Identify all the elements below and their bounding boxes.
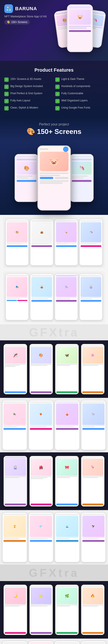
check-icon-2: ✓ (55, 78, 60, 82)
screen-19: 👑 (55, 641, 80, 644)
feature-text-8: Well Organized Layers (61, 99, 88, 102)
watermark-gfxtra-text: GFXtra (1, 325, 107, 339)
feature-text-2: Light & Dark Theme (61, 77, 84, 81)
dark-section-2: 🎡 🌺 🎀 (0, 452, 108, 510)
gfxtra-text: GFXtra (0, 566, 108, 579)
screen-7: 🎠 (55, 274, 78, 320)
showcase-phone-center: 🐷 (37, 146, 71, 210)
dark-phone-7: 🎀 (55, 456, 79, 506)
perfect-label: Perfect your project (4, 122, 104, 126)
dark-phone-12: 🔥 (81, 584, 105, 635)
screen-6: 🎪 (30, 274, 53, 320)
screen-18: 🦩 (29, 641, 54, 644)
dark-phone-9: 🌙 (3, 584, 27, 635)
feature-text-6: Fully Customizable (61, 92, 83, 95)
figma-icon: 🎨 (27, 128, 35, 136)
dark-phone-3: 🦋 (55, 344, 79, 394)
hero-phones: 🎨 🐷 (52, 0, 108, 61)
screenshot-row-5: 🦩 👑 🏅 (0, 638, 108, 644)
features-title: Product Features (4, 67, 104, 73)
screen-1: 🎨 (5, 219, 29, 266)
dark-section-3: 🌙 ⭐ 🌿 🔥 (0, 581, 108, 638)
app-logo: 🏪 (4, 4, 13, 13)
feature-text-7: Fully Auto Layout (10, 99, 30, 102)
feature-item-10: ✓ Using Google Free Fonts (55, 106, 104, 110)
screen-15: 🌊 (55, 512, 80, 562)
perfect-section: Perfect your project 🎨 150+ Screens (0, 117, 108, 141)
screenshot-row-2: 🎭 🎪 (0, 270, 108, 324)
check-icon-8: ✓ (55, 99, 60, 103)
check-icon-4: ✓ (55, 85, 60, 89)
screen-10: 🦊 (29, 400, 54, 450)
screen-8: 🎡 (79, 274, 103, 320)
feature-item-3: ✓ Big Design System Included (4, 84, 53, 89)
check-icon-3: ✓ (4, 85, 9, 89)
feature-item-7: ✓ Fully Auto Layout (4, 99, 53, 103)
screen-12: 🎠 (81, 400, 106, 450)
grid-2: 🎭 🎪 (3, 271, 105, 322)
dark-phone-4: 🌸 (81, 344, 105, 394)
dark-phone-6: 🌺 (29, 456, 53, 506)
feature-text-3: Big Design System Included (10, 84, 43, 88)
screen-13: 🏆 (2, 512, 27, 562)
check-icon-10: ✓ (55, 106, 60, 110)
screenshot-row-1: 🎨 👜 🐷 (0, 215, 108, 270)
feature-text-9: Clean, Stylish & Modern (10, 106, 38, 110)
logo-icon: 🏪 (6, 6, 11, 11)
check-icon-9: ✓ (4, 106, 9, 110)
screens-number: 150+ Screens (37, 128, 81, 136)
dark-phone-2: 🎨 (29, 344, 53, 394)
feature-item-4: ✓ Hundreds of components (55, 84, 104, 89)
screen-9: 🎭 (2, 400, 27, 450)
feature-text-1: 150+ Screens & 3D Assets (10, 77, 41, 81)
screen-5: 🎭 (5, 274, 29, 320)
screen-3: 🐷 (55, 219, 78, 266)
screens-badge: 🎨 150+ Screens (4, 20, 30, 24)
screen-14: 💎 (29, 512, 54, 562)
check-icon-1: ✓ (4, 78, 9, 82)
screenshot-row-3: 🎭 🦊 🎪 🎠 (0, 398, 108, 452)
dark-section-1: 🎢 🎨 🦋 (0, 340, 108, 398)
feature-item-2: ✓ Light & Dark Theme (55, 77, 104, 82)
features-grid: ✓ 150+ Screens & 3D Assets ✓ Light & Dar… (4, 77, 104, 110)
screen-16: 🦅 (81, 512, 106, 562)
dark-phone-11: 🌿 (55, 584, 79, 635)
showcase-phone-left: 🎨 (14, 154, 39, 202)
check-icon-5: ✓ (4, 92, 9, 96)
dark-phone-10: ⭐ (29, 584, 53, 635)
dark-phone-5: 🎡 (3, 456, 27, 506)
app-name: BARUNA (15, 6, 37, 12)
dark-phone-8: 🦩 (81, 456, 105, 506)
gfxtra-watermark: GFXtra (0, 564, 108, 581)
feature-text-5: Pixel Perfect & Grid System (10, 92, 42, 95)
check-icon-7: ✓ (4, 99, 9, 103)
watermark-1: GFXtra (0, 324, 108, 340)
feature-item-9: ✓ Clean, Stylish & Modern (4, 106, 53, 110)
features-section: Product Features ✓ 150+ Screens & 3D Ass… (0, 61, 108, 117)
hero-section: 🏪 BARUNA NFT Marketplace Store App UI Ki… (0, 0, 108, 61)
screenshot-row-4: 🏆 💎 🌊 🦅 (0, 510, 108, 564)
feature-text-4: Hundreds of components (61, 84, 90, 88)
feature-item-1: ✓ 150+ Screens & 3D Assets (4, 77, 53, 82)
screen-11: 🎪 (55, 400, 80, 450)
screens-count: 🎨 150+ Screens (4, 128, 104, 136)
screen-4: 🦄 (79, 219, 103, 266)
feature-item-5: ✓ Pixel Perfect & Grid System (4, 92, 53, 96)
showcase-section: 🎨 🐷 (0, 141, 108, 215)
feature-item-8: ✓ Well Organized Layers (55, 99, 104, 103)
feature-text-10: Using Google Free Fonts (61, 106, 90, 110)
screen-17 (2, 641, 27, 644)
badge-icon: 🎨 (7, 20, 10, 24)
feature-item-6: ✓ Fully Customizable (55, 92, 104, 96)
grid-1: 🎨 👜 🐷 (3, 216, 105, 268)
check-icon-6: ✓ (55, 92, 60, 96)
showcase-phone-right: 🦄 (69, 154, 94, 202)
screen-2: 👜 (30, 219, 53, 266)
dark-phone-1: 🎢 (3, 344, 27, 394)
screen-20: 🏅 (81, 641, 106, 644)
hero-phone-center: 🐷 (67, 4, 93, 52)
badge-text: 150+ Screens (11, 20, 27, 24)
